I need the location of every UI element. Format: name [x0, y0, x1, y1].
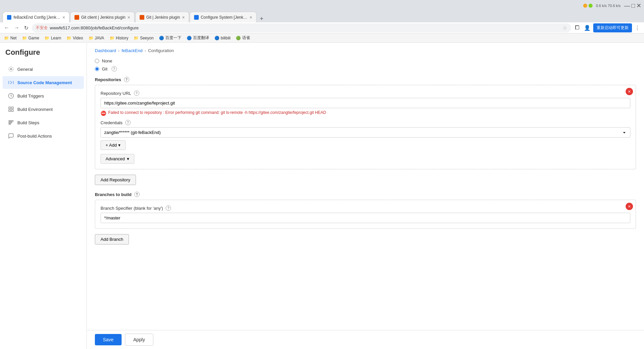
- svg-rect-3: [12, 107, 13, 109]
- sidebar-item-general[interactable]: General: [3, 63, 84, 75]
- tab-label: feBackEnd Config [Jenkins]: [13, 15, 60, 20]
- repositories-section-label: Repositories ?: [95, 77, 636, 82]
- repository-box: × Repository URL ? ⛔ Failed to connect t…: [95, 85, 636, 169]
- tab-febackend[interactable]: feBackEnd Config [Jenkins] ×: [3, 12, 69, 22]
- bookmark-label: Net: [10, 36, 17, 40]
- tab-configure-system[interactable]: Configure System [Jenkins] ×: [190, 12, 257, 22]
- close-btn[interactable]: ✕: [636, 2, 641, 9]
- bookmark-icon: 🟢: [236, 36, 241, 40]
- sidebar-label-general: General: [17, 67, 33, 72]
- browser-chrome: 0.6 k/s 70.6 k/s — □ ✕ feBackEnd Config …: [0, 0, 644, 33]
- branch-specifier-help-icon[interactable]: ?: [166, 205, 171, 211]
- branches-help-icon[interactable]: ?: [134, 192, 140, 197]
- tab-label: Git client | Jenkins plugin: [81, 15, 126, 20]
- branch-specifier-label-container: Branch Specifier (blank for 'any') ?: [101, 205, 630, 211]
- back-btn[interactable]: ←: [3, 23, 11, 32]
- bookmark-label: Seeyon: [140, 36, 154, 40]
- radio-git-input[interactable]: [95, 67, 99, 71]
- radio-none-input[interactable]: [95, 59, 99, 63]
- forward-btn[interactable]: →: [13, 23, 21, 32]
- menu-btn[interactable]: ⋮: [633, 23, 641, 32]
- bookmark-yuque[interactable]: 🟢 语雀: [236, 35, 250, 41]
- grid-icon: [8, 106, 14, 112]
- repositories-label: Repositories: [95, 77, 121, 82]
- clock-icon: [8, 93, 14, 99]
- repo-url-label-container: Repository URL ?: [101, 91, 630, 96]
- credentials-label: Credentials: [101, 120, 123, 125]
- tab-close-icon[interactable]: ×: [182, 15, 185, 20]
- repo-url-help-icon[interactable]: ?: [134, 91, 139, 96]
- advanced-btn[interactable]: Advanced ▾: [101, 154, 134, 164]
- extensions-btn[interactable]: ⧠: [573, 23, 581, 32]
- sidebar-item-build-environment[interactable]: Build Environment: [3, 103, 84, 116]
- minimize-btn[interactable]: —: [624, 2, 630, 9]
- profile-btn[interactable]: 👤: [583, 23, 592, 32]
- bookmark-bilibili[interactable]: 🔵 bilibili: [214, 36, 230, 40]
- bookmark-icon: 📁: [22, 36, 27, 40]
- add-repository-btn[interactable]: Add Repository: [95, 175, 136, 185]
- sidebar-label-post-build: Post-build Actions: [17, 134, 52, 139]
- error-message: ⛔ Failed to connect to repository : Erro…: [101, 110, 630, 116]
- credentials-label-container: Credentials ?: [101, 120, 630, 125]
- address-bar[interactable]: 不安全 wwwfe517.com:8080/job/feBackEnd/conf…: [32, 23, 571, 32]
- save-button[interactable]: Save: [95, 334, 122, 345]
- bookmark-label: Game: [28, 36, 39, 40]
- tab-close-icon[interactable]: ×: [128, 15, 130, 20]
- sidebar-item-scm[interactable]: Source Code Management: [3, 76, 84, 89]
- bookmark-icon: 📁: [89, 36, 94, 40]
- new-tab-btn[interactable]: +: [257, 15, 266, 22]
- maximize-btn[interactable]: □: [631, 2, 635, 9]
- tab-close-icon[interactable]: ×: [62, 15, 65, 20]
- code-icon: [8, 79, 14, 85]
- bookmark-star[interactable]: ☆: [562, 25, 567, 31]
- bookmark-translate[interactable]: 🔵 百度翻译: [187, 35, 209, 41]
- bookmark-learn[interactable]: 📁 Learn: [44, 36, 61, 40]
- bookmark-net[interactable]: 📁 Net: [4, 36, 17, 40]
- credentials-select[interactable]: zangtie/****** (git-feBackEnd): [101, 127, 630, 138]
- apply-button[interactable]: Apply: [125, 334, 153, 346]
- bookmark-video[interactable]: 📁 Video: [66, 36, 83, 40]
- sidebar-item-post-build[interactable]: Post-build Actions: [3, 130, 84, 142]
- branch-specifier-input[interactable]: [101, 213, 630, 223]
- bookmark-baidu[interactable]: 🔵 百度一下: [159, 35, 181, 41]
- breadcrumb-febackend[interactable]: feBackEnd: [122, 48, 143, 53]
- git-help-icon[interactable]: ?: [112, 66, 117, 71]
- bookmark-game[interactable]: 📁 Game: [22, 36, 39, 40]
- tab-git-client[interactable]: Git client | Jenkins plugin ×: [70, 12, 135, 22]
- restart-btn[interactable]: 重新启动即可更新: [593, 23, 632, 32]
- advanced-label: Advanced: [106, 156, 125, 161]
- add-repo-label: Add Repository: [101, 177, 130, 182]
- breadcrumb-current: Configuration: [148, 48, 174, 53]
- credentials-help-icon[interactable]: ?: [125, 120, 131, 125]
- svg-rect-7: [9, 122, 12, 123]
- page-content: Configure General Source Code Management…: [0, 43, 644, 349]
- configure-title: Configure: [0, 48, 87, 62]
- bookmark-label: bilibili: [221, 36, 230, 40]
- bookmark-history[interactable]: 📁 History: [110, 36, 128, 40]
- svg-rect-2: [9, 107, 10, 109]
- branches-section-label: Branches to build ?: [95, 192, 636, 197]
- repo-close-btn[interactable]: ×: [626, 88, 633, 95]
- bookmark-java[interactable]: 📁 JAVA: [89, 36, 104, 40]
- svg-rect-5: [9, 110, 10, 112]
- bookmark-seeyon[interactable]: 📁 Seeyon: [134, 36, 154, 40]
- branches-label: Branches to build: [95, 192, 132, 197]
- branch-close-btn[interactable]: ×: [626, 203, 633, 210]
- breadcrumb-dashboard[interactable]: Dashboard: [95, 48, 116, 53]
- repositories-help-icon[interactable]: ?: [124, 77, 129, 82]
- tab-label: Configure System [Jenkins]: [201, 15, 248, 20]
- refresh-btn[interactable]: ↻: [23, 23, 30, 32]
- repo-url-input[interactable]: [101, 98, 630, 108]
- cpu-stats: 0.6 k/s 70.6 k/s: [596, 4, 621, 8]
- tab-git[interactable]: Git | Jenkins plugin ×: [135, 12, 189, 22]
- sidebar-item-build-triggers[interactable]: Build Triggers: [3, 90, 84, 102]
- add-branch-btn[interactable]: Add Branch: [95, 234, 129, 244]
- bookmark-icon: 📁: [66, 36, 71, 40]
- bookmark-icon: 🔵: [214, 36, 219, 40]
- sidebar: Configure General Source Code Management…: [0, 43, 87, 349]
- add-credentials-btn[interactable]: + Add ▾: [101, 140, 126, 150]
- tab-close-icon[interactable]: ×: [250, 15, 252, 20]
- sidebar-item-build-steps[interactable]: Build Steps: [3, 116, 84, 129]
- add-branch-label: Add Branch: [101, 237, 123, 242]
- toolbar-right: ⧠ 👤 重新启动即可更新 ⋮: [573, 23, 641, 32]
